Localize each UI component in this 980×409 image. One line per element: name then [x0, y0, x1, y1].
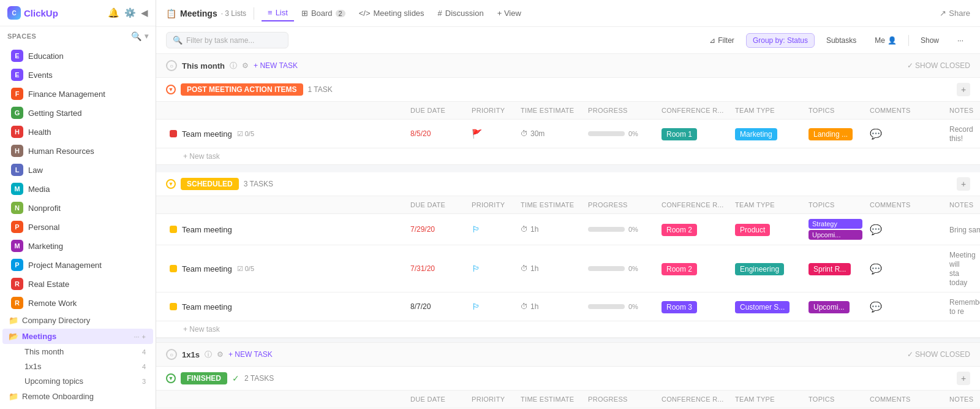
subitem-1x1s[interactable]: 1x1s 4	[2, 359, 153, 373]
sidebar-item-events[interactable]: E Events	[2, 66, 153, 84]
subtasks-button[interactable]: Subtasks	[820, 33, 863, 48]
col-topics-s: TOPICS	[805, 199, 866, 211]
meetings-more-icon[interactable]: ···	[134, 333, 139, 340]
meetings-label: Meetings	[22, 332, 56, 341]
folder-remote-onboarding[interactable]: 📁 Remote Onboarding	[2, 389, 153, 404]
col-due-pm: DUE DATE	[407, 104, 468, 117]
share-label: Share	[949, 9, 970, 18]
spaces-chevron-icon[interactable]: ▾	[145, 32, 149, 40]
1x1s-toggle[interactable]: ○	[166, 349, 177, 360]
1x1s-info-icon[interactable]: ⓘ	[205, 350, 212, 360]
team-type-cell: Engineering	[731, 261, 805, 277]
comment-icon[interactable]: 💬	[870, 224, 882, 235]
bell-icon[interactable]: 🔔	[108, 7, 119, 18]
sidebar-item-real-estate[interactable]: R Real Estate	[2, 275, 153, 293]
sidebar-search-icon[interactable]: 🔍	[131, 31, 142, 41]
add-view-button[interactable]: + View	[491, 6, 527, 21]
task-name[interactable]: Team meeting	[182, 302, 232, 312]
sidebar-item-project-management[interactable]: P Project Management	[2, 256, 153, 274]
comment-icon[interactable]: 💬	[870, 129, 882, 139]
sidebar-item-law[interactable]: L Law	[2, 161, 153, 179]
this-month-show-closed[interactable]: ✓ SHOW CLOSED	[907, 61, 970, 70]
tab-board-label: Board	[311, 9, 333, 18]
post-meeting-toggle[interactable]: ▼	[166, 85, 176, 94]
subitem-upcoming-topics[interactable]: Upcoming topics 3	[2, 374, 153, 388]
add-column-button[interactable]: +	[957, 83, 970, 96]
filter-button[interactable]: ⊿ Filter	[703, 33, 741, 48]
sidebar-item-marketing[interactable]: M Marketing	[2, 237, 153, 255]
1x1s-settings-icon[interactable]: ⚙	[217, 350, 224, 359]
conf-room-cell: Room 2	[658, 261, 731, 277]
status-dot-yellow	[170, 226, 177, 233]
col-progress-1x1: PROGRESS	[584, 393, 658, 405]
group-by-label: Group by: Status	[753, 36, 808, 45]
priority-flag-icon: 🏳	[472, 224, 480, 234]
group-by-button[interactable]: Group by: Status	[746, 33, 815, 48]
1x1s-new-task[interactable]: + NEW TASK	[228, 350, 273, 359]
add-column-scheduled[interactable]: +	[957, 177, 970, 191]
scheduled-count: 3 TASKS	[244, 180, 273, 188]
col-task-s	[166, 199, 407, 211]
time-value: 1h	[530, 225, 538, 234]
sidebar-item-media[interactable]: M Media	[2, 180, 153, 198]
progress-cell: 0%	[584, 261, 658, 276]
breadcrumb-title: Meetings	[180, 9, 217, 18]
hr-icon: H	[11, 145, 23, 157]
logo[interactable]: C ClickUp	[7, 6, 58, 20]
post-meeting-new-task[interactable]: + New task	[156, 148, 980, 165]
share-button[interactable]: ↗ Share	[940, 9, 970, 18]
this-month-toggle[interactable]: ○	[166, 60, 177, 71]
this-month-settings-icon[interactable]: ⚙	[242, 61, 249, 70]
folder-team-requests[interactable]: 📁 Team Requests	[2, 405, 153, 409]
toolbar-right: ⊿ Filter Group by: Status Subtasks Me 👤 …	[703, 33, 970, 48]
team-type-cell: Customer S...	[731, 299, 805, 315]
this-month-info-icon[interactable]: ⓘ	[230, 61, 237, 71]
getting-started-icon: G	[11, 107, 23, 119]
tab-list[interactable]: ≡ List	[262, 5, 294, 21]
topics-cell: Sprint R...	[805, 261, 866, 277]
sidebar-item-education[interactable]: E Education	[2, 47, 153, 65]
folder-meetings[interactable]: 📂 Meetings ··· +	[2, 329, 153, 344]
tab-meeting-slides[interactable]: </> Meeting slides	[353, 6, 431, 21]
task-name-cell: Team meeting	[166, 221, 407, 238]
tab-discussion[interactable]: # Discussion	[432, 6, 490, 21]
me-button[interactable]: Me 👤	[868, 33, 903, 48]
more-button[interactable]: ···	[951, 33, 970, 48]
task-name[interactable]: Team meeting	[182, 264, 232, 273]
sidebar-item-getting-started[interactable]: G Getting Started	[2, 104, 153, 122]
section-this-month: ○ This month ⓘ ⚙ + NEW TASK ✓ SHOW CLOSE…	[156, 54, 980, 338]
scheduled-new-task[interactable]: + New task	[156, 321, 980, 338]
sidebar-item-finance[interactable]: F Finance Management	[2, 85, 153, 103]
folder-company-directory[interactable]: 📁 Company Directory	[2, 313, 153, 328]
comment-icon[interactable]: 💬	[870, 302, 882, 312]
comment-icon[interactable]: 💬	[870, 264, 882, 274]
task-name[interactable]: Team meeting	[182, 225, 232, 234]
scheduled-toggle[interactable]: ▼	[166, 179, 176, 189]
sidebar-item-personal[interactable]: P Personal	[2, 218, 153, 236]
meetings-add-icon[interactable]: +	[142, 333, 146, 340]
subitem-this-month[interactable]: This month 4	[2, 345, 153, 359]
tab-discussion-label: Discussion	[445, 9, 484, 18]
share-icon: ↗	[940, 9, 946, 18]
tab-board[interactable]: ⊞ Board 2	[295, 6, 352, 21]
gear-icon[interactable]: ⚙️	[124, 7, 136, 18]
this-month-new-task[interactable]: + NEW TASK	[254, 61, 298, 70]
collapse-icon[interactable]: ◀	[141, 7, 148, 18]
health-label: Health	[28, 128, 51, 137]
show-button[interactable]: Show	[914, 33, 946, 48]
conf-room-tag: Room 1	[662, 128, 697, 140]
1x1s-show-closed[interactable]: ✓ SHOW CLOSED	[907, 350, 970, 359]
task-name-cell: Team meeting	[166, 299, 407, 315]
sidebar-item-human-resources[interactable]: H Human Resources	[2, 142, 153, 160]
add-column-finished[interactable]: +	[957, 372, 970, 385]
sidebar-item-health[interactable]: H Health	[2, 123, 153, 141]
task-subtask-count: ☑ 0/5	[237, 130, 254, 138]
search-box[interactable]: 🔍 Filter by task name...	[166, 32, 288, 48]
sidebar-item-nonprofit[interactable]: N Nonprofit	[2, 199, 153, 217]
task-name[interactable]: Team meeting	[182, 129, 232, 139]
finished-toggle[interactable]: ▼	[166, 373, 176, 383]
col-conf-s: CONFERENCE R...	[658, 199, 731, 211]
sidebar-item-remote-work[interactable]: R Remote Work	[2, 294, 153, 312]
logo-text: ClickUp	[24, 8, 58, 18]
time-icon: ⏱	[521, 129, 528, 138]
